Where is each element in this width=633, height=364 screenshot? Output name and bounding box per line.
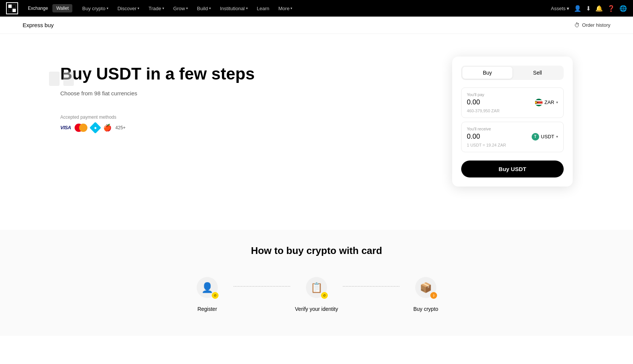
nav-institutional[interactable]: Institutional ▾ — [216, 4, 252, 13]
step-register-badge: ⏱ — [212, 292, 219, 299]
receive-group: You'll receive 0.00 T USDT ▾ 1 USDT = 19… — [461, 122, 564, 152]
help-icon[interactable]: ❓ — [607, 5, 615, 12]
step-verify-icon: 📋 ⏱ — [306, 277, 327, 298]
assets-button[interactable]: Assets ▾ — [551, 6, 569, 11]
chevron-down-icon: ▾ — [246, 6, 248, 10]
step-buy-icon: 📦 ₿ — [415, 277, 436, 298]
apple-pay-icon: 🍎 — [103, 124, 112, 132]
nav-links: Buy crypto ▾ Discover ▾ Trade ▾ Grow ▾ B… — [78, 4, 296, 13]
step-buy-badge: ₿ — [430, 292, 437, 299]
pay-hint: 460-379,950 ZAR — [467, 109, 558, 113]
widget-tabs: Buy Sell — [461, 66, 564, 80]
chevron-down-icon: ▾ — [162, 6, 164, 10]
step-buy-crypto: 📦 ₿ Buy crypto — [399, 275, 452, 313]
pay-value[interactable]: 0.00 — [467, 98, 480, 106]
chevron-down-icon: ▾ — [107, 6, 109, 10]
logo-cell — [12, 5, 16, 8]
mastercard-icon — [75, 124, 87, 132]
zar-flag-icon — [535, 99, 543, 106]
chevron-down-icon: ▾ — [567, 6, 569, 11]
chevron-down-icon: ▾ — [186, 6, 188, 10]
chevron-down-icon: ▾ — [291, 6, 292, 10]
receive-hint: 1 USDT = 19.24 ZAR — [467, 143, 558, 147]
receive-row: 0.00 T USDT ▾ — [467, 133, 558, 141]
buy-widget: Buy Sell You'll pay 0.00 — [452, 57, 573, 187]
usdt-icon: T — [532, 133, 539, 141]
nav-trade[interactable]: Trade ▾ — [145, 4, 168, 13]
nav-buy-crypto[interactable]: Buy crypto ▾ — [78, 4, 112, 13]
nav-more[interactable]: More ▾ — [275, 4, 297, 13]
hero-title: Buy USDT in a few steps — [60, 64, 430, 84]
how-to-section: How to buy crypto with card 👤 ⏱ Register… — [0, 230, 633, 336]
how-title: How to buy crypto with card — [0, 245, 633, 257]
nav-discover[interactable]: Discover ▾ — [114, 4, 144, 13]
step-register: 👤 ⏱ Register — [181, 275, 234, 313]
download-icon[interactable]: ⬇ — [586, 5, 591, 12]
wallet-tab[interactable]: Wallet — [52, 4, 72, 12]
step-register-icon-wrap: 👤 ⏱ — [195, 275, 219, 300]
receive-currency-selector[interactable]: T USDT ▾ — [532, 133, 558, 141]
main-content: Buy USDT in a few steps Choose from 98 f… — [0, 34, 633, 230]
buy-usdt-button[interactable]: Buy USDT — [461, 161, 564, 177]
tab-buy[interactable]: Buy — [462, 67, 512, 79]
bell-icon[interactable]: 🔔 — [595, 5, 603, 12]
receive-currency-label: USDT — [541, 134, 554, 139]
nav-right: Assets ▾ 👤 ⬇ 🔔 ❓ 🌐 — [551, 5, 627, 12]
navbar: Exchange Wallet Buy crypto ▾ Discover ▾ … — [0, 0, 633, 17]
step-verify: 📋 ⏱ Verify your identity — [290, 275, 343, 313]
receive-value[interactable]: 0.00 — [467, 133, 480, 141]
svg-rect-4 — [535, 105, 543, 106]
sub-header: Express buy ⏱ Order history — [0, 17, 633, 34]
nav-learn[interactable]: Learn — [253, 4, 273, 13]
chevron-down-icon: ▾ — [556, 135, 558, 139]
logo[interactable] — [6, 2, 18, 14]
page-title: Express buy — [23, 22, 54, 28]
receive-label: You'll receive — [467, 127, 558, 131]
pay-label: You'll pay — [467, 92, 558, 97]
profile-icon[interactable]: 👤 — [574, 5, 581, 12]
visa-icon: VISA — [60, 125, 71, 130]
svg-rect-6 — [535, 104, 543, 105]
deco-rect-2 — [63, 72, 74, 86]
payment-methods: Accepted payment methods VISA ◆ 🍎 425+ — [60, 115, 430, 132]
tab-sell[interactable]: Sell — [512, 67, 563, 79]
step-buy-label: Buy crypto — [413, 306, 438, 313]
step-connector-1 — [234, 286, 290, 287]
logo-cell — [8, 9, 12, 12]
payment-icons: VISA ◆ 🍎 425+ — [60, 124, 430, 132]
pay-group: You'll pay 0.00 — [461, 87, 564, 118]
nav-build[interactable]: Build ▾ — [193, 4, 215, 13]
step-verify-badge: ⏱ — [321, 292, 328, 299]
pay-currency-label: ZAR — [544, 99, 554, 105]
step-verify-label: Verify your identity — [295, 306, 338, 313]
deco-rect-1 — [49, 72, 60, 86]
hero-section: Buy USDT in a few steps Choose from 98 f… — [60, 57, 430, 132]
exchange-wallet-toggle: Exchange Wallet — [24, 4, 72, 12]
step-register-label: Register — [197, 306, 217, 313]
receive-input-box[interactable]: You'll receive 0.00 T USDT ▾ 1 USDT = 19… — [461, 122, 564, 152]
chevron-down-icon: ▾ — [138, 6, 139, 10]
payment-more: 425+ — [115, 125, 125, 130]
pay-input-box[interactable]: You'll pay 0.00 — [461, 87, 564, 118]
chevron-down-icon: ▾ — [209, 6, 211, 10]
pay-currency-selector[interactable]: ZAR ▾ — [535, 99, 558, 106]
order-history-button[interactable]: ⏱ Order history — [574, 22, 610, 28]
decorative-shapes — [49, 72, 74, 86]
globe-icon[interactable]: 🌐 — [619, 5, 627, 12]
svg-rect-3 — [535, 99, 543, 100]
paysafe-icon: ◆ — [90, 122, 101, 133]
svg-rect-5 — [535, 100, 543, 101]
nav-grow[interactable]: Grow ▾ — [170, 4, 192, 13]
pay-row: 0.00 — [467, 98, 558, 106]
exchange-tab[interactable]: Exchange — [24, 4, 52, 12]
step-connector-2 — [343, 286, 399, 287]
hero-subtitle: Choose from 98 fiat currencies — [60, 90, 430, 96]
steps-row: 👤 ⏱ Register 📋 ⏱ Verify your identity — [0, 275, 633, 313]
payment-label: Accepted payment methods — [60, 115, 430, 120]
step-buy-icon-wrap: 📦 ₿ — [414, 275, 438, 300]
step-verify-icon-wrap: 📋 ⏱ — [304, 275, 329, 300]
chevron-down-icon: ▾ — [556, 100, 558, 104]
logo-cell — [8, 5, 12, 8]
order-history-icon: ⏱ — [574, 22, 580, 28]
logo-cell — [12, 9, 16, 12]
